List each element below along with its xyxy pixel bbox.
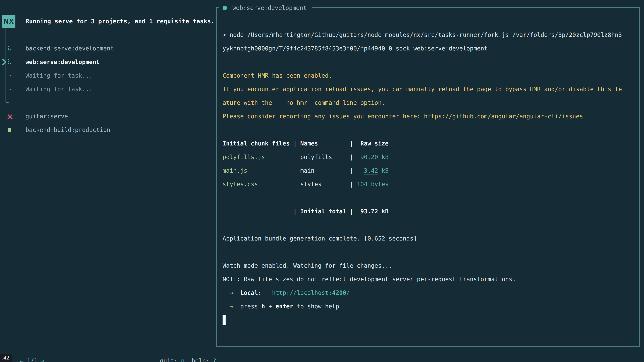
log-line: NOTE: Raw file sizes do not reflect deve… bbox=[222, 273, 622, 286]
task-row-waiting-for-task-[interactable]: ·Waiting for task... bbox=[0, 69, 211, 82]
cross-icon: × bbox=[6, 110, 14, 123]
log-line: Please consider reporting any issues you… bbox=[222, 110, 622, 123]
task-row-guitar-serve[interactable]: ×guitar:serve bbox=[0, 110, 211, 123]
log-line: Component HMR has been enabled. bbox=[222, 69, 622, 82]
keyboard-hints: quit:qhelp:? bbox=[146, 341, 216, 354]
log-line bbox=[222, 191, 622, 205]
running-dot-icon bbox=[222, 6, 227, 10]
log-line: Initial chunk files | Names | Raw size bbox=[222, 137, 622, 150]
task-row-waiting-for-task-[interactable]: ·Waiting for task... bbox=[0, 82, 211, 96]
log-line: yyknnbtgh0000gn/T/9f4c243785f8453e3f00/f… bbox=[222, 42, 622, 55]
square-icon bbox=[8, 123, 12, 137]
selection-chevron-icon bbox=[1, 58, 8, 66]
help-hint-key: ? bbox=[213, 358, 216, 362]
quit-hint-key: q bbox=[181, 358, 185, 362]
task-label: guitar:serve bbox=[26, 110, 68, 123]
task-label: Waiting for task... bbox=[26, 69, 92, 82]
task-row-web-serve-development[interactable]: ⠧web:serve:development bbox=[0, 55, 211, 69]
log-panel-header: web:serve:development bbox=[219, 3, 312, 12]
log-line: If you encounter application reload issu… bbox=[222, 82, 622, 96]
log-line: styles.css | styles | 104 bytes | bbox=[222, 177, 622, 191]
spinner-icon: ⠧ bbox=[7, 42, 12, 55]
log-panel[interactable]: web:serve:development > node /Users/mhar… bbox=[216, 7, 640, 347]
task-label: backend:build:production bbox=[26, 123, 110, 137]
screen-overlay-badge: .42 bbox=[0, 354, 12, 362]
pager-next-arrow-icon[interactable]: → bbox=[41, 358, 44, 362]
log-line: → Local: http://localhost:4200/ bbox=[222, 286, 622, 300]
task-row-backend-build-production[interactable]: backend:build:production bbox=[0, 123, 211, 137]
log-panel-title: web:serve:development bbox=[232, 4, 307, 11]
pager-prev-arrow-icon[interactable]: ← bbox=[20, 358, 23, 362]
log-lines: > node /Users/mhartington/Github/guitars… bbox=[222, 28, 622, 327]
log-line: → press h + enter to show help bbox=[222, 300, 622, 313]
log-line: polyfills.js | polyfills | 90.20 kB | bbox=[222, 150, 622, 164]
help-hint-label: help: bbox=[192, 358, 209, 362]
task-label: web:serve:development bbox=[26, 55, 100, 69]
log-line: | Initial total | 93.72 kB bbox=[222, 205, 622, 218]
log-line: ature with the `--no-hmr` command line o… bbox=[222, 96, 622, 110]
log-line bbox=[222, 218, 622, 232]
log-line bbox=[222, 245, 622, 259]
run-summary-title: Running serve for 3 projects, and 1 requ… bbox=[26, 14, 218, 28]
log-line: Application bundle generation complete. … bbox=[222, 232, 622, 245]
nx-terminal-ui: NX Running serve for 3 projects, and 1 r… bbox=[0, 0, 644, 362]
nx-logo-badge: NX bbox=[2, 15, 16, 28]
task-pager: ←1/1→ bbox=[6, 341, 44, 354]
log-line bbox=[222, 313, 622, 327]
log-line: Watch mode enabled. Watching for file ch… bbox=[222, 259, 622, 273]
pager-label: 1/1 bbox=[27, 358, 38, 362]
task-label: backend:serve:development bbox=[26, 42, 114, 55]
log-line bbox=[222, 55, 622, 69]
dot-icon: · bbox=[8, 69, 12, 82]
task-label: Waiting for task... bbox=[26, 82, 92, 96]
log-line: > node /Users/mhartington/Github/guitars… bbox=[222, 28, 622, 42]
spinner-icon: ⠧ bbox=[7, 55, 12, 69]
dot-icon: · bbox=[8, 82, 12, 96]
terminal-cursor bbox=[222, 315, 226, 325]
log-line: main.js | main | 3.42 kB | bbox=[222, 164, 622, 177]
quit-hint-label: quit: bbox=[160, 358, 178, 362]
log-line bbox=[222, 123, 622, 137]
task-row-backend-serve-development[interactable]: ⠧backend:serve:development bbox=[0, 42, 211, 55]
